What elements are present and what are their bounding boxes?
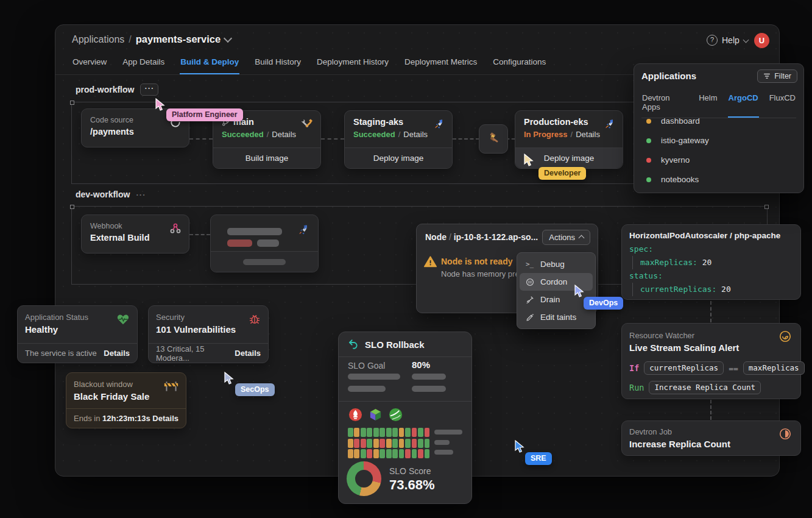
app-list-item[interactable]: dashboard xyxy=(641,116,700,126)
app-name: kyverno xyxy=(661,155,690,165)
menu-item-debug[interactable]: >_ Debug xyxy=(520,255,593,273)
menu-item-label: Debug xyxy=(540,260,565,269)
tab-overview[interactable]: Overview xyxy=(72,52,107,74)
security-card[interactable]: Security 101 Vulnerabilities 13 Critical… xyxy=(148,305,269,363)
application-status-card[interactable]: Application Status Healthy The service i… xyxy=(17,305,138,363)
slo-grid-cell xyxy=(354,449,359,458)
slo-grid-cell xyxy=(348,439,353,448)
app-list-item[interactable]: notebooks xyxy=(641,175,699,184)
tab-app-details[interactable]: App Details xyxy=(122,52,165,74)
production-env-name: Production-eks xyxy=(524,117,614,127)
prod-workflow-label: prod-workflow xyxy=(76,85,134,94)
app-name: dashboard xyxy=(661,116,700,126)
breadcrumb-section[interactable]: Applications xyxy=(72,34,124,45)
slo-grid-cell xyxy=(373,439,379,448)
resize-handle[interactable] xyxy=(70,101,74,105)
skeleton-bar xyxy=(434,430,462,435)
slo-grid-cell xyxy=(354,428,359,437)
app-list-item[interactable]: kyverno xyxy=(641,155,690,165)
cordon-icon xyxy=(525,278,534,286)
slo-heatmap-grid xyxy=(348,428,429,458)
slo-score-value: 73.68% xyxy=(389,477,435,493)
staging-details-link[interactable]: Details xyxy=(403,130,428,139)
skeleton-bar xyxy=(412,386,446,392)
tab-argocd[interactable]: ArgoCD xyxy=(728,91,759,118)
divider xyxy=(339,401,471,402)
rocket-icon xyxy=(603,118,615,130)
dev-workflow-title: dev-workflow ··· xyxy=(76,190,146,199)
skeleton-bar xyxy=(412,374,446,380)
slo-grid-cell xyxy=(405,439,411,448)
tab-devtron-apps[interactable]: Devtron Apps xyxy=(641,91,688,118)
help-menu[interactable]: ? Help xyxy=(707,35,748,46)
slo-card-header: SLO Rollback xyxy=(339,332,471,357)
tab-deployment-history[interactable]: Deployment History xyxy=(316,52,389,74)
pencil-icon xyxy=(525,313,534,322)
blackout-footer: Ends in 12h:23m:13s Details xyxy=(66,408,186,428)
menu-item-edit-taints[interactable]: Edit taints xyxy=(520,308,593,326)
node-title: Node / ip-10-8-1-122.ap-so... xyxy=(425,232,538,242)
slo-grid-cell xyxy=(380,449,385,458)
build-image-button[interactable]: Build image xyxy=(213,147,320,168)
cursor-platform-engineer xyxy=(154,98,166,112)
prod-workflow-menu-button[interactable]: ··· xyxy=(140,83,158,96)
right-operand-chip[interactable]: maxReplicas xyxy=(743,361,805,375)
slo-grid-cell xyxy=(386,428,392,437)
staging-pipeline-card[interactable]: Staging-aks Succeeded / Details Deploy i… xyxy=(344,110,453,169)
run-action-chip[interactable]: Increase Replica Count xyxy=(649,381,761,394)
code-source-value: /payments xyxy=(90,127,180,137)
details-link[interactable]: Details xyxy=(235,349,261,358)
devtron-job-card[interactable]: Devtron Job Increase Replica Count xyxy=(621,420,801,456)
status-dot xyxy=(646,158,651,163)
construction-barrier-icon xyxy=(164,380,178,392)
chevron-up-icon xyxy=(579,235,585,241)
filter-button[interactable]: Filter xyxy=(757,69,797,83)
hpa-card[interactable]: HorizontalPodAutoscaler / php-apache spe… xyxy=(621,224,801,300)
skeleton-bar xyxy=(348,386,386,392)
placeholder-pipeline-card[interactable] xyxy=(210,215,319,272)
build-status: Succeeded xyxy=(222,130,264,139)
app-list-item[interactable]: istio-gateway xyxy=(641,136,709,145)
resize-handle[interactable] xyxy=(764,205,769,209)
chevron-down-icon[interactable] xyxy=(224,34,232,42)
tab-helm[interactable]: Helm xyxy=(698,91,718,118)
blackout-window-card[interactable]: Blackout window Black Friday Sale Ends i… xyxy=(66,372,186,428)
footer-text: Ends in 12h:23m:13s xyxy=(74,414,150,423)
breadcrumb-app-name[interactable]: payments-service xyxy=(136,34,221,45)
tab-configurations[interactable]: Configurations xyxy=(492,52,546,74)
staging-deploy-button[interactable]: Deploy image xyxy=(345,147,452,168)
production-details-link[interactable]: Details xyxy=(576,130,600,139)
resize-handle[interactable] xyxy=(70,205,74,209)
yaml-key: spec: xyxy=(629,244,653,254)
actions-button[interactable]: Actions xyxy=(542,230,590,245)
dev-workflow-label: dev-workflow xyxy=(76,190,130,199)
left-operand-chip[interactable]: currentReplicas xyxy=(644,361,724,375)
build-details-link[interactable]: Details xyxy=(272,130,296,139)
slo-score-label: SLO Score xyxy=(389,466,431,476)
security-value: 101 Vulnerabilities xyxy=(156,324,261,335)
resource-watcher-card[interactable]: Resource Watcher Live Stream Scaling Ale… xyxy=(621,323,801,399)
tab-build-deploy[interactable]: Build & Deploy xyxy=(180,52,239,74)
separator: / xyxy=(449,232,451,242)
slo-grid-cell xyxy=(380,439,385,448)
slo-grid-cell xyxy=(392,439,398,448)
rocket-icon xyxy=(297,224,309,236)
webhook-card[interactable]: Webhook External Build xyxy=(81,215,189,254)
security-label: Security xyxy=(156,313,261,322)
dev-workflow-menu-button[interactable]: ··· xyxy=(136,190,146,199)
ends-in-label: Ends in xyxy=(74,414,100,423)
details-link[interactable]: Details xyxy=(104,349,130,358)
prod-workflow-title: prod-workflow ··· xyxy=(76,83,158,96)
placeholder-action-button[interactable] xyxy=(211,251,318,272)
slo-grid-cell xyxy=(418,428,423,437)
slo-grid-cell xyxy=(412,449,417,458)
tab-fluxcd[interactable]: FluxCD xyxy=(769,91,796,118)
node-name: ip-10-8-1-122.ap-so... xyxy=(454,232,538,242)
details-link[interactable]: Details xyxy=(152,414,178,423)
avatar[interactable]: U xyxy=(754,33,769,48)
tab-build-history[interactable]: Build History xyxy=(254,52,302,74)
approval-gate-node[interactable] xyxy=(479,124,508,154)
webhook-label: Webhook xyxy=(90,222,180,230)
applications-panel: Applications Filter Devtron Apps Helm Ar… xyxy=(634,63,804,193)
tab-deployment-metrics[interactable]: Deployment Metrics xyxy=(404,52,478,74)
